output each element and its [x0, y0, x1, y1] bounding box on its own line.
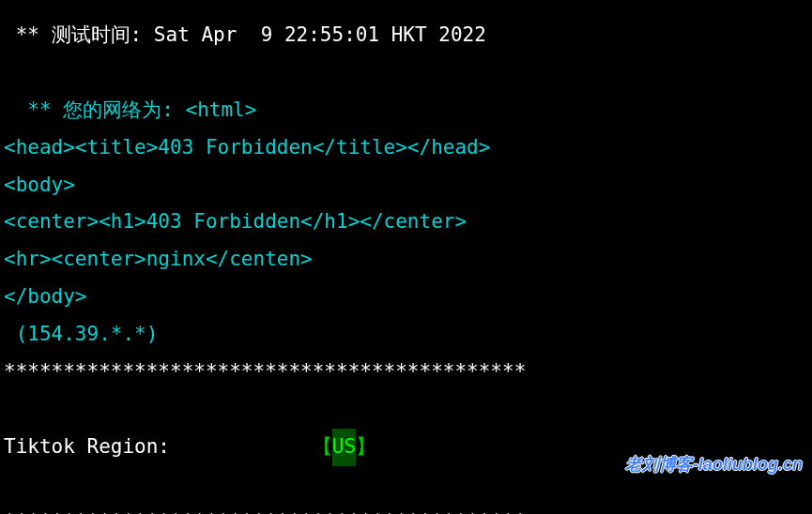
- region-right-bracket: 】: [356, 429, 375, 466]
- html-head-line: <head><title>403 Forbidden</title></head…: [4, 129, 808, 167]
- region-spacer: [170, 429, 313, 466]
- region-label: Tiktok Region:: [4, 429, 170, 466]
- region-value: US: [332, 429, 356, 466]
- ip-line: (154.39.*.*): [4, 316, 808, 354]
- terminal-output: ** 测试时间: Sat Apr 9 22:55:01 HKT 2022 ** …: [0, 0, 812, 514]
- html-open-tag: <html>: [186, 98, 257, 121]
- test-time-value: Sat Apr 9 22:55:01 HKT 2022: [142, 23, 486, 46]
- network-label: ** 您的网络为:: [4, 98, 186, 121]
- network-label-line: ** 您的网络为: <html>: [4, 92, 808, 129]
- html-hr-line: <hr><center>nginx</centen>: [4, 241, 808, 279]
- html-body-open-line: <body>: [4, 167, 808, 204]
- watermark: 老刘博客-laoliublog.cn: [625, 448, 803, 480]
- html-center-h1-line: <center><h1>403 Forbidden</h1></center>: [4, 204, 808, 241]
- divider-line-2: ****************************************…: [4, 504, 808, 514]
- test-time-line: ** 测试时间: Sat Apr 9 22:55:01 HKT 2022: [4, 17, 808, 54]
- divider-line-1: ****************************************…: [4, 354, 808, 391]
- blank-line: [4, 54, 808, 92]
- html-body-close-line: </body>: [4, 279, 808, 316]
- blank-line-2: [4, 391, 808, 429]
- region-left-bracket: 【: [313, 429, 332, 466]
- test-time-label: ** 测试时间:: [4, 23, 142, 46]
